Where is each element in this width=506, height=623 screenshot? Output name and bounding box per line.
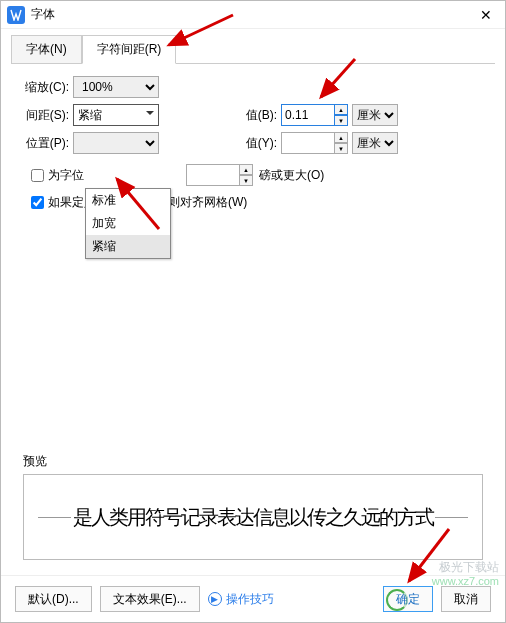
kerning-label: 为字位 (48, 167, 84, 184)
spacing-select-value: 紧缩 (78, 107, 102, 124)
spacing-option-expanded[interactable]: 加宽 (86, 212, 170, 235)
tab-font[interactable]: 字体(N) (11, 35, 82, 64)
preview-label: 预览 (23, 453, 489, 470)
snap-grid-checkbox[interactable] (31, 196, 44, 209)
close-button[interactable]: ✕ (473, 4, 499, 26)
kerning-up[interactable]: ▲ (239, 164, 253, 175)
unit-y-select[interactable]: 厘米 (352, 132, 398, 154)
text-effects-button[interactable]: 文本效果(E)... (100, 586, 200, 612)
kerning-size-input[interactable] (186, 164, 240, 186)
value-y-up[interactable]: ▲ (334, 132, 348, 143)
unit-b-select[interactable]: 厘米 (352, 104, 398, 126)
cancel-button[interactable]: 取消 (441, 586, 491, 612)
tab-char-spacing[interactable]: 字符间距(R) (82, 35, 177, 64)
defaults-button[interactable]: 默认(D)... (15, 586, 92, 612)
scale-combo[interactable]: 100% (73, 76, 159, 98)
preview-box: 是人类用符号记录表达信息以传之久远的方式 (23, 474, 483, 560)
value-y-label: 值(Y): (231, 135, 281, 152)
value-b-up[interactable]: ▲ (334, 104, 348, 115)
position-label: 位置(P): (17, 135, 73, 152)
chevron-down-icon (146, 111, 154, 119)
value-b-label: 值(B): (231, 107, 281, 124)
spacing-dropdown: 标准 加宽 紧缩 (85, 188, 171, 259)
value-b-down[interactable]: ▼ (334, 115, 348, 126)
spacing-select[interactable]: 紧缩 (73, 104, 159, 126)
value-y-down[interactable]: ▼ (334, 143, 348, 154)
kerning-checkbox[interactable] (31, 169, 44, 182)
position-combo[interactable] (73, 132, 159, 154)
spacing-label: 间距(S): (17, 107, 73, 124)
preview-text: 是人类用符号记录表达信息以传之久远的方式 (71, 504, 435, 531)
tips-link[interactable]: ▶ 操作技巧 (208, 591, 274, 608)
window-title: 字体 (31, 6, 473, 23)
value-b-input[interactable] (281, 104, 335, 126)
ok-button[interactable]: 确定 (383, 586, 433, 612)
app-icon (7, 6, 25, 24)
play-icon: ▶ (208, 592, 222, 606)
spacing-option-condensed[interactable]: 紧缩 (86, 235, 170, 258)
scale-label: 缩放(C): (17, 79, 73, 96)
kerning-down[interactable]: ▼ (239, 175, 253, 186)
tips-label: 操作技巧 (226, 591, 274, 608)
spacing-option-standard[interactable]: 标准 (86, 189, 170, 212)
kerning-suffix: 磅或更大(O) (259, 167, 324, 184)
value-y-input[interactable] (281, 132, 335, 154)
